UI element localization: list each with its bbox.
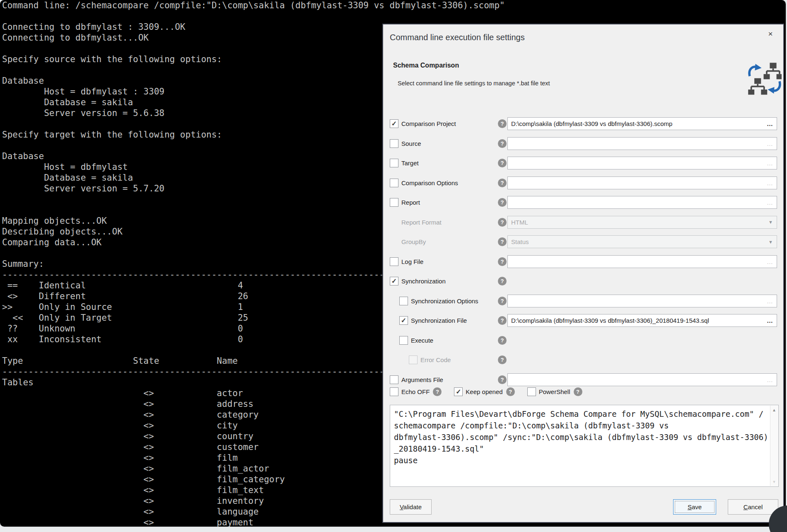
validate-button[interactable]: Validate (390, 499, 432, 515)
field-value: D:\comp\sakila (dbfmylast-3309 vs dbfmyl… (508, 317, 777, 324)
option-label: PowerShell (539, 388, 570, 395)
row-checkbox[interactable]: ✓ (409, 355, 418, 364)
row-label: Report (401, 199, 420, 206)
option-checkbox[interactable]: ✓ (527, 387, 536, 396)
row-text-field[interactable]: … (507, 157, 777, 169)
check-icon: ✓ (391, 121, 397, 127)
row-label: Target (401, 160, 419, 167)
row-text-field[interactable]: … (507, 255, 777, 268)
browse-ellipsis-button[interactable]: … (767, 317, 773, 324)
browse-ellipsis-button[interactable]: … (767, 179, 773, 186)
browse-ellipsis-button[interactable]: … (767, 258, 773, 265)
setting-row: ✓ Synchronization ? … ▼ (383, 271, 783, 291)
row-checkbox[interactable]: ✓ (390, 159, 398, 167)
row-field-area: … ▼ (507, 157, 777, 169)
browse-ellipsis-button[interactable]: … (767, 297, 773, 305)
row-checkbox[interactable]: ✓ (399, 316, 408, 325)
row-checkbox[interactable]: ✓ (390, 375, 398, 384)
console-window: Command line: /schemacompare /compfile:"… (0, 0, 786, 527)
row-text-field[interactable]: … (507, 137, 777, 150)
chevron-down-icon: ▼ (768, 220, 773, 225)
row-checkbox[interactable]: ✓ (390, 277, 398, 285)
scroll-down-icon[interactable]: ▼ (770, 480, 778, 484)
browse-ellipsis-button[interactable]: … (767, 120, 773, 127)
row-field-area: … ▼ (507, 177, 777, 189)
row-label: Arguments File (401, 376, 443, 383)
row-checkbox[interactable]: ✓ (399, 297, 408, 305)
help-icon[interactable]: ? (574, 387, 582, 396)
help-icon[interactable]: ? (498, 297, 507, 305)
help-icon[interactable]: ? (498, 375, 507, 384)
row-label: Synchronization Options (411, 297, 478, 305)
row-label: Log File (401, 258, 423, 265)
row-label: Comparison Options (401, 179, 458, 186)
option-checkbox[interactable]: ✓ (390, 387, 398, 396)
row-checkbox[interactable]: ✓ (399, 336, 408, 345)
help-icon[interactable]: ? (498, 336, 507, 345)
help-icon[interactable]: ? (498, 316, 507, 325)
help-icon[interactable]: ? (498, 139, 507, 148)
inline-options-row: ✓ Echo OFF ? ✓ Keep opened ? ✓ PowerShel… (390, 387, 582, 396)
help-icon[interactable]: ? (498, 277, 507, 285)
chevron-down-icon: ▼ (768, 239, 773, 244)
row-combo-field: Status ▼ (507, 235, 777, 248)
setting-row: ✓ Target ? … ▼ (383, 153, 783, 173)
row-combo-field: HTML ▼ (507, 216, 777, 229)
row-label: Synchronization (401, 278, 446, 285)
row-checkbox[interactable]: ✓ (390, 198, 398, 207)
help-icon[interactable]: ? (498, 355, 507, 364)
row-text-field[interactable]: … (507, 177, 777, 189)
row-checkbox[interactable]: ✓ (390, 179, 398, 187)
dialog-title: Command line execution file settings (390, 33, 525, 42)
save-button[interactable]: Save (673, 499, 716, 515)
help-icon[interactable]: ? (498, 179, 507, 187)
check-icon: ✓ (391, 278, 397, 285)
settings-rows: ✓ Comparison Project ? D:\comp\sakila (d… (383, 114, 783, 389)
setting-row: ✓ Execute ? … ▼ (383, 331, 783, 351)
help-icon[interactable]: ? (498, 218, 507, 227)
schema-compare-sync-icon (748, 63, 782, 97)
browse-ellipsis-button[interactable]: … (767, 160, 773, 167)
row-field-area: … ▼ (507, 196, 777, 209)
setting-row: ✓ GroupBy ? Status … Status ▼ (383, 232, 783, 252)
row-text-field[interactable]: … (507, 295, 777, 307)
help-icon[interactable]: ? (506, 387, 515, 396)
row-text-field[interactable]: … (507, 373, 777, 386)
row-text-field[interactable]: D:\comp\sakila (dbfmylast-3309 vs dbfmyl… (507, 117, 777, 130)
browse-ellipsis-button[interactable]: … (767, 376, 773, 383)
row-label: Execute (411, 337, 433, 344)
close-icon[interactable]: × (765, 29, 776, 39)
browse-ellipsis-button[interactable]: … (767, 140, 773, 147)
row-checkbox[interactable]: ✓ (390, 257, 398, 266)
help-icon[interactable]: ? (498, 198, 507, 207)
row-field-area: … ▼ (507, 255, 777, 268)
row-checkbox[interactable]: ✓ (390, 139, 398, 148)
row-field-area: … ▼ (507, 373, 777, 386)
help-icon[interactable]: ? (433, 387, 442, 396)
row-text-field[interactable]: D:\comp\sakila (dbfmylast-3309 vs dbfmyl… (507, 314, 777, 327)
row-label: GroupBy (401, 238, 426, 245)
row-label: Error Code (420, 356, 451, 363)
scroll-up-icon[interactable]: ▲ (770, 408, 778, 412)
setting-row: ✓ Report Format ? HTML … HTML ▼ (383, 213, 783, 232)
row-checkbox[interactable]: ✓ (390, 119, 398, 128)
help-icon[interactable]: ? (498, 237, 507, 246)
row-label: Comparison Project (401, 120, 456, 127)
inline-option: ✓ PowerShell ? (527, 387, 582, 396)
section-subtext: Select command line file settings to man… (398, 80, 550, 87)
help-icon[interactable]: ? (498, 257, 507, 266)
check-icon: ✓ (401, 317, 406, 324)
bat-text-box: "C:\Program Files\Devart\dbForge Schema … (390, 405, 779, 487)
row-text-field[interactable]: … (507, 196, 777, 209)
setting-row: ✓ Comparison Project ? D:\comp\sakila (d… (383, 114, 783, 134)
help-icon[interactable]: ? (498, 119, 507, 128)
combo-value: Status (508, 238, 777, 245)
section-heading: Schema Comparison (393, 62, 459, 69)
bat-file-text[interactable]: "C:\Program Files\Devart\dbForge Schema … (390, 405, 770, 486)
option-checkbox[interactable]: ✓ (454, 387, 463, 396)
scrollbar[interactable]: ▲ ▼ (770, 406, 778, 486)
inline-option: ✓ Keep opened ? (454, 387, 514, 396)
cancel-button[interactable]: Cancel (728, 499, 778, 515)
help-icon[interactable]: ? (498, 159, 507, 167)
browse-ellipsis-button[interactable]: … (767, 199, 773, 206)
